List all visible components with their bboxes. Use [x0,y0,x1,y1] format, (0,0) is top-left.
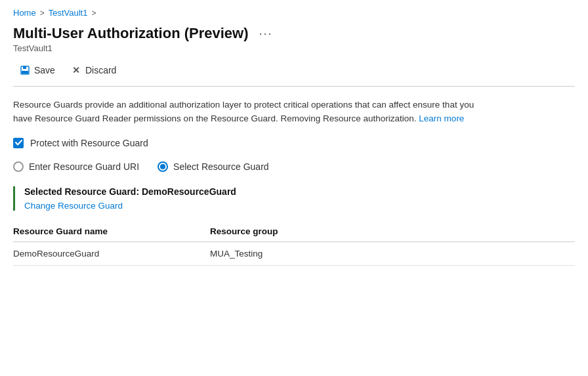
protect-checkbox-label: Protect with Resource Guard [30,138,148,148]
svg-rect-1 [23,66,26,69]
page-title-row: Multi-User Authorization (Preview) ··· [13,24,575,42]
save-label: Save [34,65,55,75]
breadcrumb: Home > TestVault1 > [13,8,575,18]
change-resource-guard-link[interactable]: Change Resource Guard [24,201,123,211]
radio-select-guard-label: Select Resource Guard [173,161,269,172]
page-title: Multi-User Authorization (Preview) [13,25,249,42]
selected-guard-name: DemoResourceGuard [142,186,236,197]
save-icon [20,65,30,75]
description-section: Resource Guards provide an additional au… [13,98,479,126]
selected-guard-section: Selected Resource Guard: DemoResourceGua… [13,186,575,211]
radio-options-row: Enter Resource Guard URI Select Resource… [13,161,575,172]
resource-guard-table: Resource Guard name Resource group DemoR… [13,221,575,266]
protect-checkbox[interactable] [13,138,24,148]
breadcrumb-separator-1: > [40,9,45,18]
selected-guard-title: Selected Resource Guard: DemoResourceGua… [24,186,575,197]
discard-icon: ✕ [71,65,81,75]
breadcrumb-vault[interactable]: TestVault1 [49,8,88,18]
protect-checkbox-row: Protect with Resource Guard [13,138,575,148]
save-button[interactable]: Save [13,61,62,79]
learn-more-link[interactable]: Learn more [419,114,464,123]
radio-select-guard[interactable]: Select Resource Guard [158,161,269,172]
svg-rect-2 [22,71,28,73]
discard-label: Discard [85,65,116,75]
selected-guard-prefix: Selected Resource Guard: [24,186,142,197]
discard-button[interactable]: ✕ Discard [64,61,123,79]
page-subtitle: TestVault1 [13,43,575,53]
description-text: Resource Guards provide an additional au… [13,100,474,123]
more-options-button[interactable]: ··· [255,26,277,42]
breadcrumb-home[interactable]: Home [13,8,36,18]
radio-enter-uri-label: Enter Resource Guard URI [29,161,139,172]
toolbar: Save ✕ Discard [13,61,575,87]
table-cell-guard-name: DemoResourceGuard [13,241,210,265]
radio-enter-uri-circle [13,161,24,172]
radio-select-guard-circle [158,161,168,172]
col-resource-guard-name: Resource Guard name [13,221,210,242]
radio-enter-uri[interactable]: Enter Resource Guard URI [13,161,139,172]
col-resource-group: Resource group [210,221,575,242]
table-cell-resource-group: MUA_Testing [210,241,575,265]
breadcrumb-separator-2: > [91,9,96,18]
table-header-row: Resource Guard name Resource group [13,221,575,242]
table-row: DemoResourceGuardMUA_Testing [13,241,575,265]
